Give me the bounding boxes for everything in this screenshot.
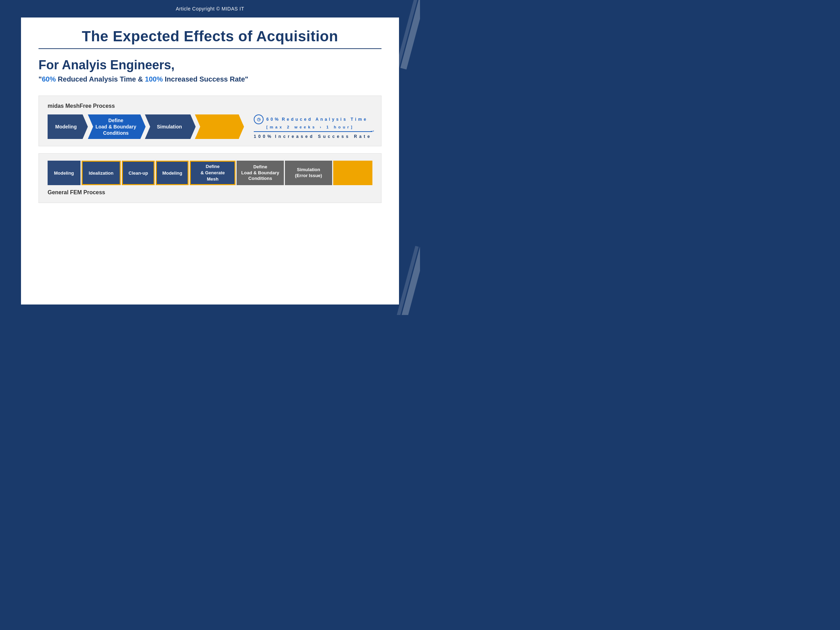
tagline: "60% Reduced Analysis Time & 100% Increa… <box>38 75 382 83</box>
main-title: The Expected Effects of Acquisition <box>38 28 382 45</box>
tagline-text2: Increased Success Rate <box>163 75 245 83</box>
fem-step-modeling1-label: Modeling <box>54 171 74 176</box>
meshfree-section: midas MeshFree Process Modeling DefineLo… <box>38 96 382 146</box>
fem-step-cleanup: Clean-up <box>122 161 155 185</box>
fem-step-result-label: ResultAnalysis <box>343 167 362 179</box>
tagline-highlight2: 100% <box>145 75 163 83</box>
mf-step-modeling-label: Modeling <box>55 124 77 129</box>
fem-section: Modeling Idealization Clean-up Modeling … <box>38 153 382 203</box>
corner-decoration-top <box>392 0 420 70</box>
mf-step-define: DefineLoad & BoundaryConditions <box>88 114 145 139</box>
fem-row: Modeling Idealization Clean-up Modeling … <box>47 161 373 185</box>
fem-step-modeling1: Modeling <box>47 161 81 185</box>
fem-step-mesh-label: Define& Generate Mesh <box>194 163 231 183</box>
pct1: 6 0 % <box>266 117 279 122</box>
main-content: The Expected Effects of Acquisition For … <box>21 17 399 305</box>
subtitle: For Analyis Engineers, <box>38 58 382 73</box>
copyright-text: Article Copyright © MIDAS IT <box>176 6 244 11</box>
mf-step-result-label: ResultAnalysis <box>208 120 229 133</box>
mf-step-result: ResultAnalysis <box>195 114 244 139</box>
meshfree-row: Modeling DefineLoad & BoundaryConditions… <box>47 114 373 139</box>
fem-step-simulation-label: Simulation(Error Issue) <box>295 167 322 179</box>
fem-step-mesh: Define& Generate Mesh <box>190 161 235 185</box>
fem-step-modeling2-label: Modeling <box>163 171 182 176</box>
mf-step-define-label: DefineLoad & BoundaryConditions <box>96 117 136 136</box>
fem-label: General FEM Process <box>47 189 373 196</box>
tagline-highlight1: 60% <box>42 75 56 83</box>
corner-decoration-bottom <box>392 245 420 315</box>
annotation-percent1: 6 0 % R e d u c e d A n a l y s i s T i … <box>266 117 366 122</box>
fem-step-idealization-label: Idealization <box>88 171 114 176</box>
pct2: 1 0 0 % <box>254 134 272 139</box>
fem-step-idealization: Idealization <box>82 161 121 185</box>
fem-step-simulation: Simulation(Error Issue) <box>285 161 332 185</box>
annotation-bracket: [ m a x 2 w e e k s › 1 h o u r ] <box>266 125 353 129</box>
mf-step-simulation-label: Simulation <box>157 124 182 129</box>
fem-step-modeling2: Modeling <box>156 161 189 185</box>
tagline-text1: Reduced Analysis Time & <box>56 75 145 83</box>
fem-step-result: ResultAnalysis <box>333 161 373 185</box>
meshfree-label: midas MeshFree Process <box>47 103 373 109</box>
annotation-top: ◷ 6 0 % R e d u c e d A n a l y s i s T … <box>254 114 366 124</box>
fem-step-define: DefineLoad & BoundaryConditions <box>237 161 284 185</box>
mf-step-modeling: Modeling <box>47 114 88 139</box>
annotation-bottom: 1 0 0 % I n c r e a s e d S u c c e s s … <box>254 134 370 139</box>
fem-step-cleanup-label: Clean-up <box>128 171 148 176</box>
mf-step-simulation: Simulation <box>145 114 196 139</box>
annotation-area: ◷ 6 0 % R e d u c e d A n a l y s i s T … <box>243 114 373 139</box>
annotation-arrow <box>254 131 373 132</box>
clock-icon: ◷ <box>254 114 264 124</box>
annotation-content: ◷ 6 0 % R e d u c e d A n a l y s i s T … <box>254 114 373 139</box>
title-divider <box>38 48 382 49</box>
header-bar: Article Copyright © MIDAS IT <box>0 0 420 17</box>
tagline-suffix: " <box>245 75 248 83</box>
fem-step-define-label: DefineLoad & BoundaryConditions <box>241 164 279 182</box>
